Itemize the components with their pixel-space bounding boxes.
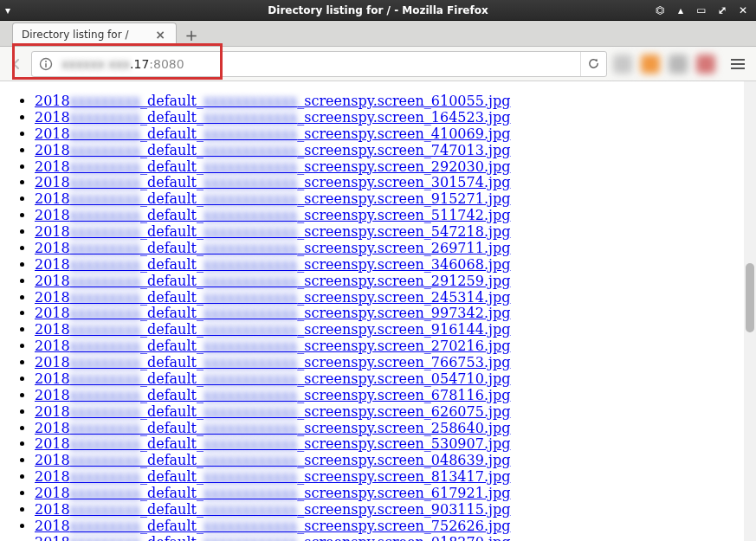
file-mid: _default_ (140, 174, 204, 190)
file-mid: _default_ (140, 452, 204, 468)
file-masked-segment: xxxxxxxxxxxx (204, 223, 297, 240)
file-masked-segment: xxxxxxxxxxxx (204, 109, 297, 126)
window-close-icon[interactable]: ✕ (737, 4, 749, 16)
file-link[interactable]: 2018xxxxxxxxx_default_xxxxxxxxxxxx_scree… (35, 256, 510, 273)
address-bar[interactable]: xxxxxx xxx.17:8080 (31, 51, 607, 77)
file-link[interactable]: 2018xxxxxxxxx_default_xxxxxxxxxxxx_scree… (35, 126, 510, 142)
list-item: 2018xxxxxxxxx_default_xxxxxxxxxxxx_scree… (35, 338, 744, 355)
file-prefix: 2018 (35, 190, 70, 207)
file-prefix: 2018 (35, 468, 70, 485)
window-title: Directory listing for / - Mozilla Firefo… (0, 4, 756, 16)
back-button[interactable] (5, 53, 28, 75)
file-prefix: 2018 (35, 435, 70, 452)
file-suffix: _screenspy.screen_054710.jpg (297, 370, 510, 387)
page-viewport: x2018xxxxxxxxx_default_xxxxxxxxxxxx_scre… (0, 81, 756, 541)
window-restore-icon[interactable]: ▭ (695, 4, 708, 16)
file-mid: _default_ (140, 403, 204, 420)
file-link[interactable]: 2018xxxxxxxxx_default_xxxxxxxxxxxx_scree… (35, 93, 510, 109)
window-controls: ⏣ ▴ ▭ ⤢ ✕ (654, 4, 756, 16)
file-masked-segment: xxxxxxxxxxxx (204, 305, 297, 321)
toolbar-extension-icon[interactable] (641, 55, 660, 74)
file-link[interactable]: 2018xxxxxxxxx_default_xxxxxxxxxxxx_scree… (35, 338, 510, 354)
new-tab-button[interactable]: + (180, 23, 203, 46)
list-item: 2018xxxxxxxxx_default_xxxxxxxxxxxx_scree… (35, 486, 744, 502)
file-prefix: 2018 (35, 452, 70, 468)
file-link[interactable]: 2018xxxxxxxxx_default_xxxxxxxxxxxx_scree… (35, 420, 510, 436)
vertical-scrollbar[interactable] (744, 81, 756, 541)
file-link[interactable]: 2018xxxxxxxxx_default_xxxxxxxxxxxx_scree… (35, 289, 510, 306)
file-masked-segment: xxxxxxxxx (70, 420, 140, 436)
file-mid: _default_ (140, 354, 204, 370)
url-host-suffix: .17 (130, 57, 149, 71)
file-link[interactable]: 2018xxxxxxxxx_default_xxxxxxxxxxxx_scree… (35, 190, 510, 207)
file-link[interactable]: 2018xxxxxxxxx_default_xxxxxxxxxxxx_scree… (35, 109, 510, 126)
list-item: 2018xxxxxxxxx_default_xxxxxxxxxxxx_scree… (35, 241, 744, 257)
list-item: 2018xxxxxxxxx_default_xxxxxxxxxxxx_scree… (35, 191, 744, 208)
file-link[interactable]: 2018xxxxxxxxx_default_xxxxxxxxxxxx_scree… (35, 485, 510, 501)
list-item: 2018xxxxxxxxx_default_xxxxxxxxxxxx_scree… (35, 322, 744, 338)
window-titlebar: ▾ Directory listing for / - Mozilla Fire… (0, 0, 756, 21)
file-suffix: _screenspy.screen_410069.jpg (297, 126, 510, 142)
svg-point-1 (45, 61, 47, 62)
file-link[interactable]: 2018xxxxxxxxx_default_xxxxxxxxxxxx_scree… (35, 403, 510, 420)
list-item: 2018xxxxxxxxx_default_xxxxxxxxxxxx_scree… (35, 274, 744, 290)
list-item: 2018xxxxxxxxx_default_xxxxxxxxxxxx_scree… (35, 355, 744, 371)
site-info-icon[interactable] (36, 54, 56, 74)
file-prefix: 2018 (35, 126, 70, 142)
file-link[interactable]: 2018xxxxxxxxx_default_xxxxxxxxxxxx_scree… (35, 518, 510, 534)
file-link[interactable]: 2018xxxxxxxxx_default_xxxxxxxxxxxx_scree… (35, 468, 510, 485)
reload-button[interactable] (580, 52, 606, 76)
file-link[interactable]: 2018xxxxxxxxx_default_xxxxxxxxxxxx_scree… (35, 370, 510, 387)
list-item: 2018xxxxxxxxx_default_xxxxxxxxxxxx_scree… (35, 388, 744, 404)
file-masked-segment: xxxxxxxxxxxx (204, 158, 297, 175)
window-pin-icon[interactable]: ⏣ (654, 4, 666, 16)
file-masked-segment: xxxxxxxxxxxx (204, 142, 297, 158)
file-mid: _default_ (140, 190, 204, 207)
file-prefix: 2018 (35, 93, 70, 109)
file-suffix: _screenspy.screen_747013.jpg (297, 142, 510, 158)
file-mid: _default_ (140, 289, 204, 306)
app-menu-icon[interactable]: ▾ (0, 4, 16, 16)
tab-close-icon[interactable]: × (152, 28, 169, 42)
file-mid: _default_ (140, 338, 204, 354)
toolbar-extension-icon[interactable] (669, 55, 688, 74)
file-suffix: _screenspy.screen_997342.jpg (297, 305, 510, 321)
file-link[interactable]: 2018xxxxxxxxx_default_xxxxxxxxxxxx_scree… (35, 305, 510, 321)
file-masked-segment: xxxxxxxxxxxx (204, 207, 297, 223)
browser-tab[interactable]: Directory listing for / × (12, 23, 177, 46)
file-link[interactable]: 2018xxxxxxxxx_default_xxxxxxxxxxxx_scree… (35, 142, 510, 158)
list-item: 2018xxxxxxxxx_default_xxxxxxxxxxxx_scree… (35, 110, 744, 126)
file-link[interactable]: 2018xxxxxxxxx_default_xxxxxxxxxxxx_scree… (35, 207, 510, 223)
file-link[interactable]: 2018xxxxxxxxx_default_xxxxxxxxxxxx_scree… (35, 435, 510, 452)
file-prefix: 2018 (35, 223, 70, 240)
list-item: 2018xxxxxxxxx_default_xxxxxxxxxxxx_scree… (35, 421, 744, 437)
file-link[interactable]: 2018xxxxxxxxx_default_xxxxxxxxxxxx_scree… (35, 501, 510, 518)
file-link[interactable]: 2018xxxxxxxxx_default_xxxxxxxxxxxx_scree… (35, 273, 510, 289)
file-suffix: _screenspy.screen_547218.jpg (297, 223, 510, 240)
file-link[interactable]: 2018xxxxxxxxx_default_xxxxxxxxxxxx_scree… (35, 174, 510, 190)
menu-button[interactable] (725, 51, 751, 77)
file-masked-segment: xxxxxxxxxxxx (204, 174, 297, 190)
file-link[interactable]: 2018xxxxxxxxx_default_xxxxxxxxxxxx_scree… (35, 223, 510, 240)
file-link[interactable]: 2018xxxxxxxxx_default_xxxxxxxxxxxx_scree… (35, 321, 510, 338)
file-link[interactable]: 2018xxxxxxxxx_default_xxxxxxxxxxxx_scree… (35, 158, 510, 175)
page-content[interactable]: x2018xxxxxxxxx_default_xxxxxxxxxxxx_scre… (0, 81, 744, 541)
file-link[interactable]: 2018xxxxxxxxx_default_xxxxxxxxxxxx_scree… (35, 354, 510, 370)
file-masked-segment: xxxxxxxxx (70, 142, 140, 158)
file-link[interactable]: 2018xxxxxxxxx_default_xxxxxxxxxxxx_scree… (35, 535, 510, 541)
toolbar-extension-icon[interactable] (696, 55, 715, 74)
file-link[interactable]: 2018xxxxxxxxx_default_xxxxxxxxxxxx_scree… (35, 240, 510, 256)
file-masked-segment: xxxxxxxxx (70, 190, 140, 207)
toolbar-extension-icon[interactable] (613, 55, 632, 74)
file-prefix: 2018 (35, 485, 70, 501)
file-link[interactable]: 2018xxxxxxxxx_default_xxxxxxxxxxxx_scree… (35, 387, 510, 403)
window-maximize-icon[interactable]: ⤢ (716, 4, 728, 16)
scrollbar-thumb[interactable] (746, 263, 754, 332)
window-minimize-icon[interactable]: ▴ (675, 4, 687, 16)
url-input[interactable]: xxxxxx xxx.17:8080 (56, 57, 580, 71)
url-port: :8080 (149, 57, 184, 71)
file-link[interactable]: 2018xxxxxxxxx_default_xxxxxxxxxxxx_scree… (35, 452, 510, 468)
file-masked-segment: xxxxxxxxx (70, 273, 140, 289)
file-prefix: 2018 (35, 338, 70, 354)
file-mid: _default_ (140, 420, 204, 436)
